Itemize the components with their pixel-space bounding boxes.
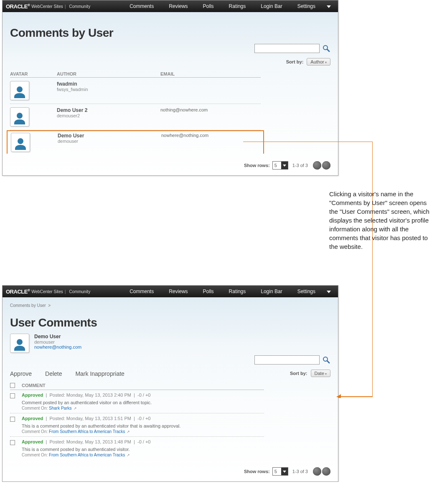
menu-settings[interactable]: Settings (290, 286, 323, 297)
brand-logo: ORACLE® (6, 3, 30, 10)
comment-text: Comment posted by an authenticated visit… (22, 400, 264, 405)
table-row: fwadminfwsys_fwadmin (10, 78, 261, 104)
brand-separator: | (65, 289, 66, 294)
comments-list: COMMENT Approved | Posted: Monday, May 1… (10, 382, 264, 460)
breadcrumb-link[interactable]: Comments by User (10, 303, 46, 308)
col-author: AUTHOR (57, 71, 160, 76)
menu-comments[interactable]: Comments (122, 286, 161, 297)
sortby-dropdown[interactable]: Date (311, 370, 330, 377)
menu-loginbar[interactable]: Login Bar (253, 286, 290, 297)
sortby-label: Sort by: (290, 371, 307, 376)
action-delete[interactable]: Delete (45, 370, 62, 377)
menu-settings[interactable]: Settings (290, 0, 323, 12)
avatar (10, 334, 29, 353)
svg-marker-0 (327, 5, 331, 8)
svg-line-7 (327, 361, 329, 363)
status-badge: Approved (22, 439, 43, 444)
table-row-highlighted: Demo Userdemouser nowhere@nothing.com (7, 130, 264, 154)
menu-polls[interactable]: Polls (196, 286, 221, 297)
search-icon[interactable] (322, 44, 330, 53)
panel-user-comments: ORACLE® WebCenter Sites | Community Comm… (2, 285, 338, 482)
comment-text: This is a comment posted by an authentic… (22, 423, 264, 428)
action-mark-inappropriate[interactable]: Mark Inappropriate (75, 370, 124, 377)
menu-ratings[interactable]: Ratings (221, 0, 254, 12)
author-username: fwsys_fwadmin (57, 87, 160, 92)
topic-link[interactable]: Shark Parks (49, 406, 71, 410)
comment-meta: Approved | Posted: Monday, May 13, 2013 … (22, 416, 264, 421)
status-badge: Approved (22, 393, 43, 398)
topic-link[interactable]: From Southern Africa to American Tracks (49, 453, 125, 457)
pager-next-button[interactable] (322, 161, 330, 170)
brand-logo: ORACLE® (6, 289, 30, 295)
menu-dropdown-icon[interactable] (323, 286, 335, 297)
show-rows-label: Show rows: (244, 469, 270, 474)
row-checkbox[interactable] (10, 440, 15, 445)
author-name-link[interactable]: Demo User (58, 133, 161, 139)
pager-prev-button[interactable] (313, 467, 321, 476)
comment-meta: Approved | Posted: Monday, May 13, 2013 … (22, 393, 264, 398)
pager-prev-button[interactable] (313, 161, 321, 170)
chevron-down-icon (281, 468, 288, 475)
search-input[interactable] (254, 355, 320, 365)
comment-meta: Approved | Posted: Monday, May 13, 2013 … (22, 439, 264, 444)
sortby-row: Sort by: Author (10, 58, 330, 66)
row-checkbox[interactable] (10, 417, 15, 422)
bulk-actions: Approve Delete Mark Inappropriate (10, 370, 254, 377)
select-all-checkbox[interactable] (10, 383, 15, 388)
page-title: Comments by User (10, 26, 330, 40)
col-email: EMAIL (160, 71, 261, 76)
action-approve[interactable]: Approve (10, 370, 32, 377)
menu-dropdown-icon[interactable] (323, 0, 335, 12)
author-email: nothing@nowhere.com (160, 107, 261, 112)
show-rows-label: Show rows: (244, 163, 270, 168)
brand-product: WebCenter Sites (31, 4, 63, 9)
pager: Show rows: 5 1-3 of 3 (3, 157, 338, 175)
person-icon (12, 85, 27, 100)
svg-marker-3 (283, 165, 286, 167)
pager: Show rows: 5 1-3 of 3 (3, 463, 338, 481)
top-navbar: ORACLE® WebCenter Sites | Community Comm… (3, 286, 338, 297)
rows-select[interactable]: 5 (272, 467, 288, 476)
table-header: AVATAR AUTHOR EMAIL (10, 71, 261, 78)
col-comment: COMMENT (22, 383, 46, 388)
row-checkbox[interactable] (10, 393, 15, 398)
comment-row: Approved | Posted: Monday, May 13, 2013 … (10, 413, 264, 437)
author-username: demouser (58, 139, 161, 144)
user-email-link[interactable]: nowhere@nothing.com (34, 344, 81, 350)
pager-next-button[interactable] (322, 467, 330, 476)
topic-link[interactable]: From Southern Africa to American Tracks (49, 429, 125, 434)
top-menu: Comments Reviews Polls Ratings Login Bar… (122, 286, 335, 297)
user-username: demouser (34, 339, 81, 344)
svg-line-2 (327, 49, 329, 51)
person-icon (12, 337, 27, 352)
author-name-link[interactable]: Demo User 2 (57, 107, 160, 113)
menu-comments[interactable]: Comments (122, 0, 161, 12)
sortby-row: Sort by: Date (254, 370, 330, 377)
user-name: Demo User (34, 334, 81, 339)
sortby-dropdown[interactable]: Author (307, 58, 330, 66)
author-username: demouser2 (57, 113, 160, 118)
menu-reviews[interactable]: Reviews (161, 0, 195, 12)
rows-select[interactable]: 5 (272, 161, 288, 170)
search-icon[interactable] (322, 356, 330, 364)
menu-reviews[interactable]: Reviews (161, 286, 195, 297)
svg-marker-8 (283, 471, 286, 473)
callout-text: Clicking a visitor's name in the "Commen… (329, 190, 432, 251)
avatar (11, 133, 30, 152)
author-name-link[interactable]: fwadmin (57, 81, 160, 87)
search-row (254, 355, 330, 365)
comment-on: Comment On: From Southern Africa to Amer… (22, 429, 264, 434)
comment-text: This is a comment posted by an authentic… (22, 447, 264, 452)
avatar (10, 107, 29, 127)
menu-ratings[interactable]: Ratings (221, 286, 254, 297)
menu-loginbar[interactable]: Login Bar (253, 0, 290, 12)
table-row: Demo User 2demouser2 nothing@nowhere.com (10, 104, 261, 130)
brand-module: Community (69, 289, 91, 294)
sortby-label: Sort by: (286, 59, 304, 64)
brand-separator: | (65, 4, 66, 9)
comments-header: COMMENT (10, 382, 264, 390)
search-input[interactable] (254, 44, 320, 53)
avatar (10, 81, 29, 100)
menu-polls[interactable]: Polls (196, 0, 221, 12)
person-icon (13, 137, 28, 152)
